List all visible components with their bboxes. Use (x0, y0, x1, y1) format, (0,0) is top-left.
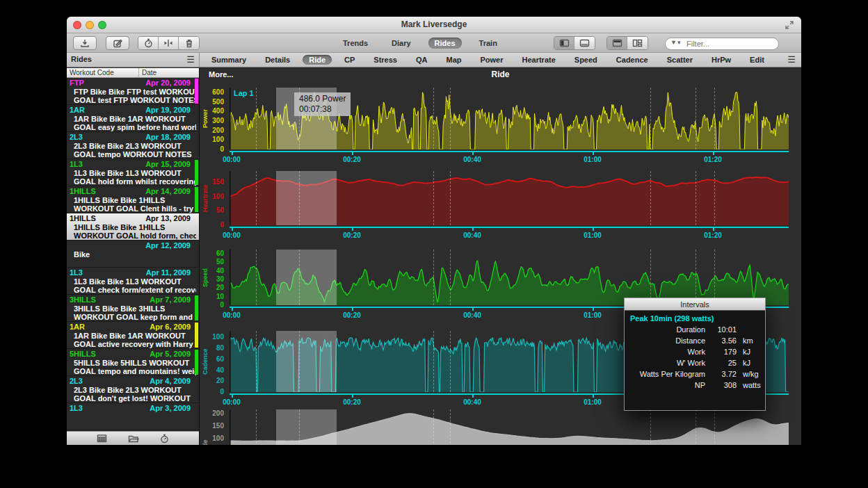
altitude-selection-overlay[interactable] (276, 409, 337, 445)
power-plot[interactable]: Lap 1486.0 Power00:07:38 (230, 88, 789, 149)
speed-selection-overlay[interactable] (276, 250, 337, 305)
chart-tab-ride[interactable]: Ride (303, 55, 332, 65)
ride-code: 1L3 (70, 160, 83, 169)
heartrate-plot[interactable] (230, 171, 789, 225)
folder-icon[interactable] (128, 434, 139, 443)
chart-tab-map[interactable]: Map (440, 55, 467, 65)
speed-plot[interactable] (230, 250, 789, 305)
ride-list-item[interactable]: Apr 12, 2009Bike (67, 241, 199, 268)
interval-marker (650, 88, 651, 149)
ride-color-strip (195, 79, 198, 104)
ride-header: More... Ride (200, 68, 801, 81)
x-tick-label: 00:00 (216, 231, 247, 239)
heartrate-selection-overlay[interactable] (276, 171, 337, 225)
filter-field-wrap: ▼▾ (665, 37, 779, 49)
ride-list-item[interactable]: 2L3Apr 4, 20092L3 Bike Bike 2L3 WORKOUTG… (67, 376, 199, 403)
view-tab-diary[interactable]: Diary (385, 38, 417, 49)
ride-list-item[interactable]: 1L3Apr 11, 20091L3 Bike Bike 1L3 WORKOUT… (67, 268, 199, 295)
interval-row: Duration10:01 (630, 324, 760, 335)
ride-desc: 3HILLS Bike Bike 3HILLS (70, 304, 196, 313)
x-tick-mark (593, 308, 594, 311)
ride-color-strip (195, 323, 198, 348)
column-header[interactable]: Workout Code Date (67, 68, 199, 78)
intervals-popup-titlebar[interactable]: Intervals (625, 298, 765, 311)
chart-tab-scatter[interactable]: Scatter (661, 55, 699, 65)
fullscreen-icon[interactable] (785, 20, 794, 30)
sidebar-menu-icon[interactable]: ☰ (186, 55, 195, 64)
stopwatch-button[interactable] (138, 37, 159, 49)
interval-marker (299, 331, 300, 392)
ride-list-item[interactable]: 5HILLSApr 5, 20095HILLS Bike 5HILLS WORK… (67, 349, 199, 376)
x-tick-label: 01:00 (577, 398, 608, 406)
speed-y-tick: 20 (200, 284, 224, 292)
interval-row: NP308watts (630, 380, 760, 391)
altitude-y-tick: 200 (200, 409, 224, 418)
chart-tab-heartrate[interactable]: Heartrate (516, 55, 562, 65)
ride-list-item[interactable]: 1L3Apr 15, 20091L3 Bike Bike 1L3 WORKOUT… (67, 159, 199, 186)
column-date[interactable]: Date (139, 68, 156, 77)
x-tick-mark (713, 152, 714, 155)
altitude-plot[interactable] (230, 409, 789, 445)
intervals-popup: Intervals Peak 10min (298 watts) Duratio… (624, 298, 766, 411)
single-view-toggle[interactable] (607, 37, 627, 49)
view-tab-train[interactable]: Train (473, 38, 504, 49)
trash-button[interactable] (179, 37, 199, 49)
x-tick-mark (232, 152, 233, 155)
edit-button[interactable] (106, 36, 129, 50)
chart-menu-icon[interactable]: ☰ (787, 55, 796, 64)
ride-date: Apr 19, 2009 (145, 106, 191, 115)
sidebar-left-toggle[interactable] (554, 37, 574, 49)
calendar-icon[interactable] (97, 434, 107, 443)
interval-marker (650, 250, 651, 305)
chart-tab-summary[interactable]: Summary (205, 55, 252, 65)
tiled-view-toggle[interactable] (627, 37, 648, 49)
sidebar-bottom-toggle[interactable] (574, 37, 595, 49)
view-tab-trends[interactable]: Trends (337, 38, 374, 49)
stopwatch-icon[interactable] (160, 434, 169, 444)
ride-desc: GOAL check form/extent of recovery (70, 286, 196, 294)
chart-tab-edit[interactable]: Edit (744, 55, 771, 65)
altitude-y-tick: 150 (200, 422, 224, 430)
x-tick-mark (472, 152, 474, 155)
chart-tab-hrpw[interactable]: HrPw (705, 55, 737, 65)
view-tab-rides[interactable]: Rides (428, 38, 462, 49)
chart-tab-speed[interactable]: Speed (568, 55, 604, 65)
x-tick-mark (352, 395, 353, 398)
filter-input[interactable] (665, 38, 779, 50)
x-tick-mark (472, 308, 474, 311)
chart-tab-power[interactable]: Power (474, 55, 509, 65)
chart-tab-cp[interactable]: CP (338, 55, 361, 65)
split-button[interactable] (159, 37, 179, 49)
ride-list-item[interactable]: 2L3Apr 18, 20092L3 Bike Bike 2L3 WORKOUT… (67, 132, 199, 159)
interval-row: Watts Per Kilogram3.72w/kg (630, 368, 760, 380)
ride-list-item[interactable]: 1ARApr 19, 20091AR Bike Bike 1AR WORKOUT… (67, 105, 199, 132)
chart-tab-details[interactable]: Details (259, 55, 296, 65)
ride-list-item[interactable]: 1ARApr 6, 20091AR Bike Bike 1AR WORKOUTG… (67, 322, 199, 349)
ride-list-item[interactable]: 1HILLSApr 14, 20091HILLS Bike Bike 1HILL… (67, 186, 199, 213)
ride-list-item[interactable]: FTPApr 20, 2009FTP Bike Bike FTP test WO… (67, 78, 199, 105)
save-button[interactable] (73, 36, 97, 50)
interval-marker (433, 250, 434, 305)
chart-tab-stress[interactable]: Stress (367, 55, 403, 65)
column-workout-code[interactable]: Workout Code (67, 68, 139, 77)
ride-desc: FTP Bike Bike FTP test WORKOUT (70, 88, 196, 96)
ride-date: Apr 12, 2009 (145, 241, 191, 250)
ride-desc: GOAL tempo WORKOUT NOTES (70, 150, 196, 158)
ride-list-item[interactable]: 3HILLSApr 7, 20093HILLS Bike Bike 3HILLS… (67, 295, 199, 322)
ride-color-strip (195, 160, 198, 185)
ride-date: Apr 13, 2009 (145, 214, 191, 223)
chart-tab-cadence[interactable]: Cadence (610, 55, 654, 65)
ride-date: Apr 3, 2009 (150, 404, 191, 413)
interval-marker (299, 171, 300, 225)
ride-list-item[interactable]: 1L3Apr 3, 2009 (67, 403, 199, 430)
ride-list-item[interactable]: 1HILLSApr 13, 20091HILLS Bike Bike 1HILL… (67, 213, 199, 241)
interval-heading[interactable]: Peak 10min (298 watts) (630, 314, 760, 323)
titlebar[interactable]: Mark Liversedge (67, 17, 801, 33)
power-y-tick: 200 (200, 127, 224, 135)
altitude-y-tick: 100 (200, 434, 224, 443)
ride-desc: 1AR Bike Bike 1AR WORKOUT (70, 332, 196, 340)
cadence-selection-overlay[interactable] (276, 331, 337, 392)
chart-tab-qa[interactable]: QA (410, 55, 434, 65)
filter-funnel-icon: ▼▾ (670, 39, 681, 46)
ride-color-strip (195, 350, 198, 375)
